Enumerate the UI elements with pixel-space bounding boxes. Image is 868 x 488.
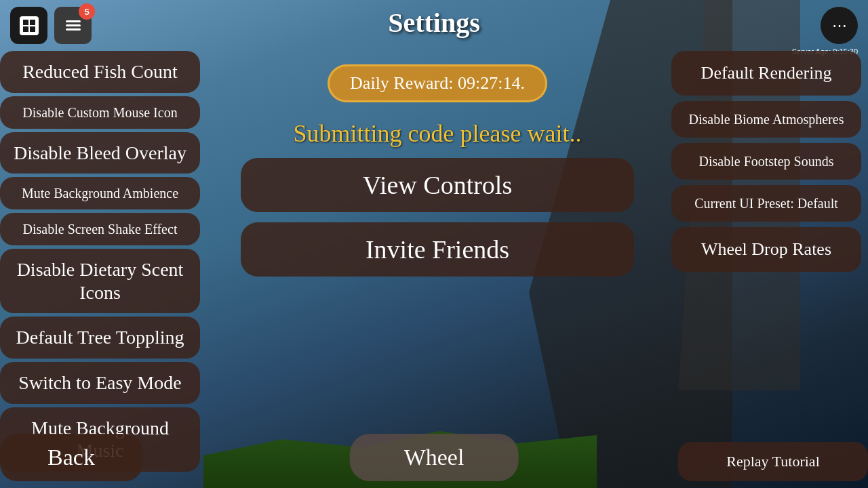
- current-ui-preset-button[interactable]: Current UI Preset: Default: [671, 185, 861, 222]
- disable-screen-shake-button[interactable]: Disable Screen Shake Effect: [0, 213, 200, 245]
- svg-rect-2: [30, 20, 35, 25]
- svg-rect-7: [66, 28, 81, 30]
- view-controls-button[interactable]: View Controls: [241, 158, 634, 212]
- more-options-button[interactable]: ⋯: [821, 7, 858, 44]
- replay-tutorial-button[interactable]: Replay Tutorial: [678, 442, 868, 481]
- wheel-drop-rates-button[interactable]: Wheel Drop Rates: [671, 227, 861, 272]
- submitting-text: Submitting code please wait..: [294, 119, 582, 148]
- roblox-icon[interactable]: [10, 7, 47, 44]
- svg-rect-1: [23, 20, 28, 25]
- top-left-icons: 5: [10, 7, 92, 44]
- top-bar: 5 Settings ⋯: [0, 0, 868, 51]
- svg-rect-4: [30, 26, 35, 32]
- invite-friends-button[interactable]: Invite Friends: [241, 222, 634, 277]
- svg-rect-3: [23, 26, 28, 32]
- page-title: Settings: [388, 7, 480, 39]
- mute-background-ambience-button[interactable]: Mute Background Ambience: [0, 177, 200, 209]
- default-tree-toppling-button[interactable]: Default Tree Toppling: [0, 317, 200, 359]
- disable-footstep-sounds-button[interactable]: Disable Footstep Sounds: [671, 143, 861, 180]
- left-sidebar: Reduced Fish Count Disable Custom Mouse …: [0, 51, 203, 472]
- disable-bleed-overlay-button[interactable]: Disable Bleed Overlay: [0, 132, 200, 174]
- right-sidebar: Default Rendering Disable Biome Atmosphe…: [671, 51, 868, 272]
- svg-rect-6: [66, 24, 81, 26]
- back-button[interactable]: Back: [0, 434, 142, 481]
- switch-easy-mode-button[interactable]: Switch to Easy Mode: [0, 362, 200, 404]
- wheel-button[interactable]: Wheel: [350, 434, 519, 481]
- disable-custom-mouse-button[interactable]: Disable Custom Mouse Icon: [0, 96, 200, 129]
- svg-rect-5: [66, 20, 81, 22]
- default-rendering-button[interactable]: Default Rendering: [671, 51, 861, 96]
- list-icon-wrapper: 5: [54, 7, 92, 44]
- notification-badge: 5: [79, 3, 95, 20]
- disable-biome-atmospheres-button[interactable]: Disable Biome Atmospheres: [671, 101, 861, 138]
- daily-reward-badge: Daily Reward: 09:27:14.: [328, 64, 547, 102]
- center-content: Daily Reward: 09:27:14. Submitting code …: [207, 51, 668, 277]
- svg-rect-0: [20, 16, 39, 35]
- reduced-fish-count-button[interactable]: Reduced Fish Count: [0, 51, 200, 93]
- disable-dietary-scent-button[interactable]: Disable Dietary Scent Icons: [0, 249, 200, 313]
